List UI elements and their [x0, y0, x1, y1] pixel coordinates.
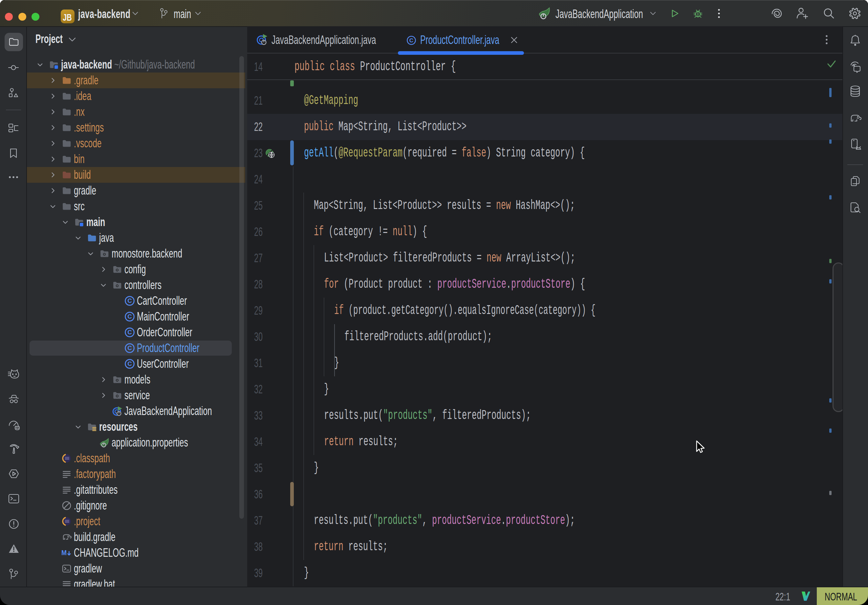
- svg-text:C: C: [127, 329, 132, 336]
- svg-text:C: C: [127, 360, 132, 367]
- svg-text:C: C: [127, 313, 132, 320]
- svg-text:C: C: [127, 297, 132, 304]
- svg-text:M: M: [61, 549, 67, 557]
- svg-text:C: C: [409, 37, 413, 43]
- svg-text:C: C: [127, 345, 132, 351]
